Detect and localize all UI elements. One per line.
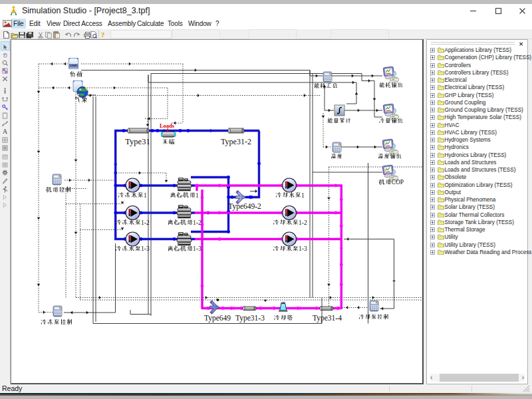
svg-text:1: 1 [144, 192, 147, 199]
svg-text:1-2: 1-2 [299, 219, 307, 226]
svg-text:Loads: Loads [160, 122, 175, 129]
svg-text:1-2: 1-2 [141, 219, 150, 226]
svg-text:Type31: Type31 [125, 137, 150, 146]
svg-text:1-3: 1-3 [299, 245, 307, 252]
svg-text:1-3: 1-3 [193, 245, 201, 252]
svg-text:?: ? [101, 31, 105, 39]
svg-text:Type649: Type649 [204, 314, 231, 323]
svg-text:1: 1 [196, 192, 199, 199]
svg-text:1-3: 1-3 [141, 245, 150, 252]
svg-text:1-2: 1-2 [193, 219, 201, 226]
svg-text:Type31-3: Type31-3 [235, 314, 265, 323]
svg-text:USER: USER [70, 64, 77, 67]
svg-text:COP: COP [392, 179, 404, 186]
svg-text:Type31-4: Type31-4 [313, 314, 342, 323]
svg-text:1: 1 [301, 192, 305, 199]
svg-text:Type649-2: Type649-2 [228, 202, 261, 211]
svg-text:Type31-2: Type31-2 [221, 137, 251, 146]
